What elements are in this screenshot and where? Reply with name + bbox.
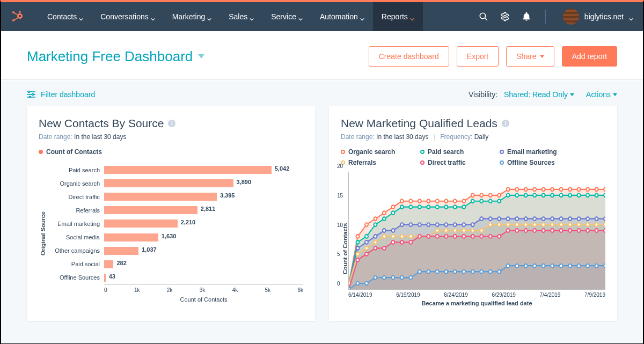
svg-point-113	[400, 235, 404, 238]
svg-point-92	[480, 217, 483, 221]
svg-point-24	[409, 199, 412, 203]
svg-point-138	[356, 258, 359, 262]
bar-row: Organic search3,890	[47, 178, 303, 189]
svg-point-166	[604, 229, 605, 232]
svg-point-176	[427, 270, 430, 274]
nav-item-reports[interactable]: Reports	[373, 2, 423, 31]
svg-point-32	[480, 194, 483, 197]
svg-rect-7	[19, 12, 20, 14]
svg-point-30	[462, 199, 465, 203]
share-button[interactable]: Share	[506, 46, 554, 67]
svg-point-66	[515, 194, 518, 197]
bar-category: Social media	[47, 234, 104, 240]
svg-point-54	[409, 205, 412, 209]
svg-point-112	[391, 235, 394, 238]
visibility-dropdown[interactable]: Shared: Read Only	[500, 90, 574, 99]
bar-row: Email marketing2,210	[47, 218, 303, 230]
page-header: Marketing Free Dashboard Create dashboar…	[1, 31, 643, 80]
svg-point-88	[444, 223, 448, 226]
svg-point-135	[595, 223, 598, 226]
svg-point-105	[595, 217, 598, 221]
y-tick: 15	[337, 192, 343, 198]
svg-point-49	[365, 235, 368, 238]
svg-point-22	[391, 205, 394, 209]
create-dashboard-button[interactable]: Create dashboard	[369, 46, 449, 67]
filter-dashboard-button[interactable]: Filter dashboard	[27, 90, 95, 99]
svg-point-127	[524, 223, 528, 226]
add-report-button[interactable]: Add report	[562, 46, 617, 67]
svg-point-91	[471, 223, 474, 226]
svg-point-80	[374, 235, 377, 238]
export-button[interactable]: Export	[457, 46, 499, 67]
svg-point-45	[595, 188, 598, 192]
card-title: New Marketing Qualified Leads i	[341, 117, 605, 130]
svg-point-165	[595, 229, 598, 232]
svg-point-118	[444, 229, 448, 232]
svg-point-67	[524, 194, 528, 197]
nav-item-automation[interactable]: Automation	[311, 2, 373, 31]
account-menu[interactable]: biglytics.net	[563, 9, 633, 25]
svg-point-86	[427, 223, 430, 226]
settings-icon[interactable]	[500, 12, 510, 21]
svg-point-61	[471, 199, 474, 203]
svg-point-110	[374, 240, 377, 244]
svg-point-183	[489, 270, 492, 274]
svg-point-128	[533, 223, 536, 226]
nav-item-sales[interactable]: Sales	[220, 2, 262, 31]
nav-item-conversations[interactable]: Conversations	[92, 2, 164, 31]
filter-icon	[27, 91, 35, 98]
svg-point-62	[480, 199, 483, 203]
y-tick: 0	[337, 281, 340, 287]
svg-point-28	[444, 199, 448, 203]
bar-category: Referrals	[47, 207, 104, 214]
svg-point-162	[568, 229, 572, 232]
y-tick: 20	[337, 163, 343, 169]
svg-point-164	[586, 229, 589, 232]
search-icon[interactable]	[479, 12, 488, 21]
svg-point-85	[418, 223, 421, 226]
chevron-down-icon	[250, 14, 254, 19]
nav-item-service[interactable]: Service	[262, 2, 311, 31]
svg-point-120	[462, 229, 465, 232]
svg-point-134	[586, 223, 589, 226]
line-legend: Organic searchPaid searchEmail marketing…	[341, 148, 605, 166]
svg-point-1	[19, 15, 21, 17]
svg-point-102	[568, 217, 572, 221]
dashboard-title-dropdown[interactable]: Marketing Free Dashboard	[27, 48, 204, 65]
svg-point-69	[542, 194, 545, 197]
svg-point-136	[604, 223, 605, 226]
nav-item-marketing[interactable]: Marketing	[164, 2, 220, 31]
divider	[545, 10, 546, 24]
info-icon[interactable]: i	[168, 120, 175, 127]
legend-item: Email marketing	[500, 148, 564, 156]
svg-point-173	[400, 276, 404, 280]
nav-item-contacts[interactable]: Contacts	[39, 2, 92, 31]
svg-point-123	[489, 223, 492, 226]
svg-point-174	[409, 276, 412, 280]
svg-point-18	[356, 235, 359, 238]
info-icon[interactable]: i	[502, 120, 509, 127]
svg-point-190	[551, 264, 554, 268]
hubspot-logo-icon[interactable]	[11, 10, 24, 23]
actions-dropdown[interactable]: Actions	[586, 90, 617, 99]
svg-point-125	[507, 223, 510, 226]
svg-point-8	[480, 13, 486, 19]
svg-point-84	[409, 223, 412, 226]
svg-point-151	[471, 235, 474, 238]
legend-item: Offline Sources	[500, 159, 564, 166]
svg-point-132	[568, 223, 572, 226]
svg-point-101	[560, 217, 563, 221]
bar-category: Direct traffic	[47, 194, 104, 200]
svg-point-104	[586, 217, 589, 221]
filter-label: Filter dashboard	[41, 90, 95, 99]
svg-point-147	[436, 235, 439, 238]
svg-point-126	[515, 223, 518, 226]
bar-row: Paid social282	[47, 258, 303, 270]
svg-point-119	[453, 229, 457, 232]
notifications-icon[interactable]	[522, 12, 531, 21]
top-nav: ContactsConversationsMarketingSalesServi…	[1, 2, 643, 31]
bar-y-label: Original Source	[39, 161, 47, 306]
svg-point-46	[604, 188, 605, 192]
svg-point-156	[515, 229, 518, 232]
svg-point-55	[418, 205, 421, 209]
